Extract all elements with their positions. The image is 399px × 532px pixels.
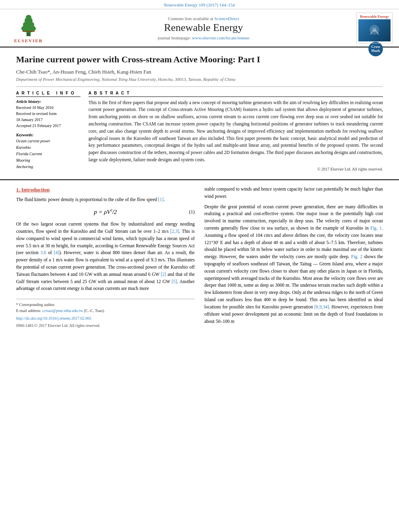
left-body-column: 1. Introduction The fluid kinetic power … — [16, 186, 195, 329]
right-para-2: Despite the great potential of ocean cur… — [204, 203, 383, 325]
svg-point-7 — [372, 28, 376, 32]
ref-3-6-link[interactable]: 3.6 — [40, 250, 46, 255]
keyword-4: Mooring — [16, 157, 80, 164]
ref-2-3-link[interactable]: [2,3] — [170, 229, 179, 234]
elsevier-brand-text: ELSEVIER — [14, 38, 43, 43]
right-para-1: stable compared to winds and hence syste… — [204, 186, 383, 200]
crossmark-icon: CrossMark — [368, 42, 383, 56]
accepted-date: Accepted 21 February 2017 — [16, 123, 80, 129]
revised-label: Received in revised form — [16, 111, 80, 117]
article-info-panel: A R T I C L E I N F O Article history: R… — [16, 91, 80, 171]
thumbnail-placeholder-icon — [362, 23, 387, 39]
doi-line: http://dx.doi.org/10.1016/j.renene.2017.… — [16, 315, 195, 322]
section-1-para1: The fluid kinetic power density is propo… — [16, 196, 195, 203]
fig2-link[interactable]: Fig. 2 — [351, 254, 362, 259]
keyword-1: Ocean current power — [16, 138, 80, 144]
journal-header-center: Contents lists available at ScienceDirec… — [51, 16, 356, 40]
ref-5-link[interactable]: [5] — [172, 279, 177, 284]
paper-title: Marine current power with Cross-stream A… — [16, 54, 383, 66]
sciencedirect-notice: Contents lists available at ScienceDirec… — [51, 16, 356, 21]
copyright-notice: © 2017 Elsevier Ltd. All rights reserved… — [88, 167, 383, 171]
journal-header: ELSEVIER Contents lists available at Sci… — [0, 9, 399, 47]
main-body: 1. Introduction The fluid kinetic power … — [0, 180, 399, 333]
ref-1-link[interactable]: [1] — [158, 197, 163, 202]
elsevier-tree-icon — [14, 13, 43, 37]
doi-link[interactable]: http://dx.doi.org/10.1016/j.renene.2017.… — [16, 316, 91, 320]
fig1-link[interactable]: Fig. 1 — [370, 226, 382, 230]
footnote-section: * Corresponding author. E-mail address: … — [16, 299, 195, 329]
abstract-panel: A B S T R A C T This is the first of thr… — [88, 91, 383, 171]
journal-thumbnail: Renewable Energy — [356, 12, 393, 43]
ref-2b-link[interactable]: [2] — [161, 272, 166, 277]
article-info-heading: A R T I C L E I N F O — [16, 91, 80, 97]
revised-date: 18 January 2017 — [16, 117, 80, 123]
email-note: E-mail address: cctsao@pme.nthu.edu.tw (… — [16, 308, 195, 314]
journal-url-link[interactable]: www.elsevier.com/locate/renene — [192, 35, 249, 40]
authors: Che-Chih Tsao*, An-Hsuan Feng, Chieh Hsi… — [16, 69, 383, 75]
formula-text: p = ρV3/2 — [94, 207, 117, 217]
keyword-5: Anchoring — [16, 164, 80, 170]
abstract-text: This is the first of three papers that p… — [88, 99, 383, 164]
crossmark-badge: CrossMark — [368, 42, 383, 56]
article-history-label: Article history: — [16, 99, 80, 104]
email-link[interactable]: cctsao@pme.nthu.edu.tw — [42, 308, 83, 313]
keyword-2: Kuroshio — [16, 144, 80, 151]
thumbnail-image — [358, 19, 391, 41]
received-date: Received 10 May 2016 — [16, 105, 80, 111]
article-info-abstract-section: A R T I C L E I N F O Article history: R… — [16, 86, 383, 171]
journal-homepage: journal homepage: www.elsevier.com/locat… — [51, 35, 356, 40]
formula-block: p = ρV3/2 (1) — [16, 207, 195, 217]
corresponding-note: * Corresponding author. — [16, 302, 195, 308]
journal-title: Renewable Energy — [51, 22, 356, 34]
sciencedirect-link[interactable]: ScienceDirect — [214, 16, 239, 21]
ref-4-link[interactable]: [4] — [54, 250, 59, 255]
affiliation: Department of Power Mechanical Engineeri… — [16, 77, 383, 82]
section-1-para2: Of the two largest ocean current systems… — [16, 221, 195, 292]
keywords-heading: Keywords: — [16, 133, 80, 137]
svg-rect-5 — [23, 31, 35, 32]
ref-8-9-34-link[interactable]: [8,9,34] — [314, 304, 329, 309]
journal-citation: Renewable Energy 109 (2017) 144–154 — [0, 0, 399, 9]
section-1-heading: 1. Introduction — [16, 186, 195, 194]
svg-point-4 — [26, 15, 31, 20]
elsevier-logo: ELSEVIER — [6, 13, 51, 43]
issn-line: 0960-1481/© 2017 Elsevier Ltd. All right… — [16, 322, 195, 329]
formula-number: (1) — [189, 208, 195, 216]
paper-main-area: CrossMark Marine current power with Cros… — [0, 47, 399, 175]
right-body-column: stable compared to winds and hence syste… — [204, 186, 383, 329]
two-column-body: 1. Introduction The fluid kinetic power … — [16, 186, 383, 329]
keywords-list: Ocean current power Kuroshio Florida Cur… — [16, 138, 80, 170]
keyword-3: Florida Current — [16, 151, 80, 157]
abstract-heading: A B S T R A C T — [88, 91, 383, 97]
